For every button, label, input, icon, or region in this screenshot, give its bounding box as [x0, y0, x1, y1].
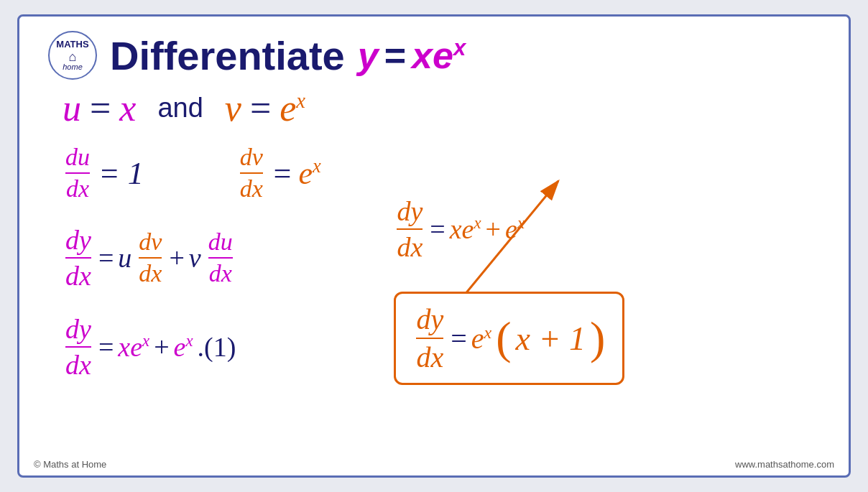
u-label: u: [63, 87, 81, 129]
v-value: ex: [280, 87, 305, 129]
final-dy-den: dx: [416, 339, 443, 374]
u-equals: =: [90, 87, 111, 129]
int-dy-frac: dy dx: [397, 195, 423, 263]
logo-house-icon: ⌂: [69, 50, 77, 63]
header: MATHS ⌂ home Differentiate y = xex: [48, 31, 820, 80]
final-answer-box: dy dx = ex ( x + 1 ): [394, 292, 624, 385]
final-dy-num: dy: [416, 302, 443, 338]
page-title: Differentiate y = xex: [110, 32, 466, 79]
du-num: du: [65, 144, 90, 172]
final-ex: ex: [471, 322, 491, 356]
int-equals: =: [430, 213, 445, 245]
final-inner: x + 1: [515, 320, 585, 358]
logo-maths-text: MATHS: [56, 40, 88, 50]
logo: MATHS ⌂ home: [48, 31, 97, 80]
sub-plus: +: [154, 331, 169, 363]
pr-dv-frac: dv dx: [139, 228, 162, 287]
int-dy-num: dy: [397, 195, 423, 228]
bottom-section: dy dx = u dv dx + v du: [63, 224, 805, 385]
dv-value: ex: [299, 155, 321, 192]
du-den: dx: [66, 174, 89, 203]
dv-den: dx: [240, 174, 263, 203]
sub-dy-frac: dy dx: [65, 313, 91, 381]
pr-equals: =: [98, 242, 114, 274]
u-value: x: [119, 87, 136, 129]
du-block: du dx = 1: [63, 144, 144, 203]
pr-dy-num: dy: [65, 224, 91, 257]
sub-ex: ex: [174, 331, 193, 363]
footer-left: © Maths at Home: [34, 459, 106, 470]
footer: © Maths at Home www.mathsathome.com: [34, 459, 834, 470]
title-exp: x: [453, 35, 466, 60]
pr-u: u: [118, 242, 131, 274]
right-col: dy dx = xex + ex dy dx =: [394, 195, 624, 385]
dv-num: dv: [240, 144, 263, 172]
pr-du-den: dx: [209, 259, 232, 287]
and-connector: and: [157, 93, 203, 124]
title-equation: y = xex: [358, 34, 466, 77]
sub-dy-num: dy: [65, 313, 91, 346]
pr-du-num: du: [208, 228, 233, 257]
pr-dy-den: dx: [65, 259, 91, 292]
title-equals: =: [384, 34, 406, 77]
final-dy-frac: dy dx: [416, 302, 443, 374]
du-fraction: du dx: [65, 144, 90, 203]
int-ex: ex: [505, 213, 525, 245]
int-plus: +: [486, 213, 501, 245]
v-label: v: [225, 87, 241, 129]
sub-equals: =: [98, 331, 114, 363]
pr-dv-num: dv: [139, 228, 162, 257]
substituted-line: dy dx = xex + ex .(1): [63, 313, 236, 381]
dv-block: dv dx = ex: [237, 144, 321, 203]
pr-du-frac: du dx: [208, 228, 233, 287]
pr-dy-frac: dy dx: [65, 224, 91, 292]
intermediate-line: dy dx = xex + ex: [394, 195, 624, 263]
sub-xe: xex: [118, 331, 149, 363]
left-col: dy dx = u dv dx + v du: [63, 224, 236, 381]
title-xe: xex: [412, 34, 466, 77]
dv-equals: =: [272, 155, 293, 192]
uv-definitions: u = x and v = ex: [63, 87, 805, 129]
pr-dv-den: dx: [139, 259, 162, 287]
du-value: = 1: [98, 155, 144, 192]
v-equals: =: [250, 87, 271, 129]
sub-dy-den: dx: [65, 348, 91, 381]
title-word: Differentiate: [110, 32, 345, 79]
title-y: y: [358, 34, 379, 77]
footer-right: www.mathsathome.com: [735, 459, 834, 470]
v-exp: x: [296, 90, 305, 112]
content-area: u = x and v = ex du dx = 1 dv: [48, 87, 820, 385]
product-rule-line: dy dx = u dv dx + v du: [63, 224, 236, 292]
final-paren-close: ): [590, 315, 605, 361]
pr-v: v: [189, 242, 201, 274]
slide: MATHS ⌂ home Differentiate y = xex u = x…: [17, 14, 851, 478]
int-xe: xex: [450, 213, 481, 245]
pr-plus: +: [169, 242, 184, 274]
dv-fraction: dv dx: [240, 144, 263, 203]
logo-home-text: home: [63, 63, 83, 71]
final-equals: =: [451, 322, 467, 356]
sub-dot-one: .(1): [198, 331, 236, 363]
int-dy-den: dx: [397, 230, 423, 263]
final-paren-open: (: [496, 315, 511, 361]
